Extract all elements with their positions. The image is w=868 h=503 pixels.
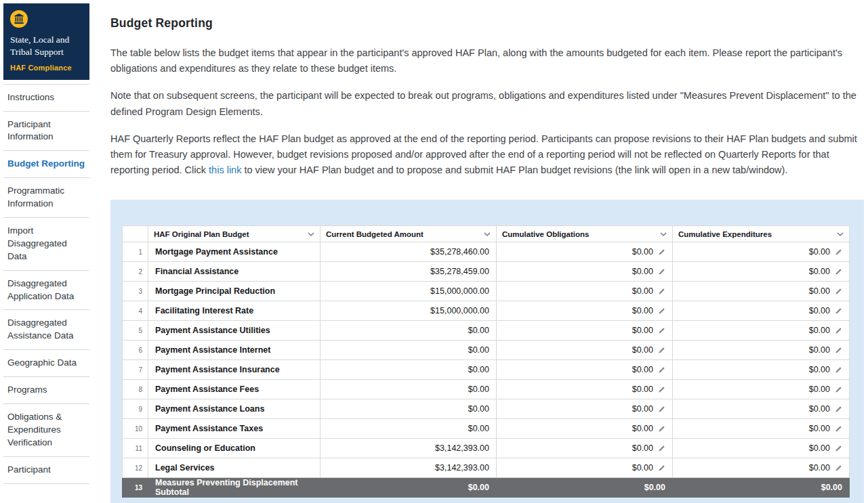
table-row: 7 Payment Assistance Insurance $0.00 $0.… (123, 360, 850, 380)
cumulative-obligations-value: $0.00 (644, 483, 665, 492)
cumulative-obligations-cell: $0.00 (497, 380, 673, 399)
edit-pencil-icon[interactable] (835, 268, 842, 276)
edit-pencil-icon[interactable] (658, 307, 665, 315)
row-number: 10 (123, 419, 148, 439)
column-header-cumulative-expenditures[interactable]: Cumulative Expenditures (673, 226, 850, 242)
cumulative-obligations-cell: $0.00 (497, 321, 673, 341)
row-number: 4 (123, 301, 148, 321)
sidebar-item-instructions[interactable]: Instructions (3, 85, 89, 112)
current-budgeted-amount-cell: $35,278,460.00 (321, 242, 497, 262)
chevron-down-icon[interactable] (308, 232, 314, 236)
edit-pencil-icon[interactable] (658, 386, 665, 393)
chevron-down-icon[interactable] (837, 232, 844, 236)
sidebar-item-programs[interactable]: Programs (3, 377, 89, 404)
edit-pencil-icon[interactable] (658, 288, 665, 295)
edit-pencil-icon[interactable] (658, 406, 665, 413)
edit-pencil-icon[interactable] (835, 347, 842, 354)
cumulative-expenditures-cell: $0.00 (673, 242, 850, 262)
sidebar-item-label: Programmatic Information (7, 185, 64, 209)
brand-title: State, Local and Tribal Support (10, 34, 83, 58)
cumulative-expenditures-value: $0.00 (809, 286, 830, 296)
budget-item-name: Financial Assistance (148, 262, 321, 282)
sidebar-item-label: Import Disaggregated Data (7, 225, 67, 261)
chevron-down-icon[interactable] (484, 232, 491, 236)
table-row: 1 Mortgage Payment Assistance $35,278,46… (123, 242, 850, 262)
current-budgeted-amount-cell: $0.00 (321, 399, 497, 419)
table-row: 12 Legal Services $3,142,393.00 $0.00 $0… (123, 458, 850, 478)
edit-pencil-icon[interactable] (658, 464, 665, 472)
page-title: Budget Reporting (110, 16, 864, 30)
table-row: 3 Mortgage Principal Reduction $15,000,0… (123, 282, 850, 301)
edit-pencil-icon[interactable] (835, 366, 842, 374)
cumulative-expenditures-cell: $0.00 (673, 341, 850, 360)
sidebar-item-import-disaggregated-data[interactable]: Import Disaggregated Data (3, 218, 89, 271)
edit-pencil-icon[interactable] (658, 445, 665, 452)
edit-pencil-icon[interactable] (835, 425, 842, 433)
table-row: 5 Payment Assistance Utilities $0.00 $0.… (123, 321, 850, 341)
edit-pencil-icon[interactable] (658, 347, 665, 354)
current-budgeted-amount-cell: $15,000,000.00 (321, 282, 497, 301)
cumulative-expenditures-cell: $0.00 (673, 399, 850, 419)
cumulative-obligations-value: $0.00 (632, 326, 653, 335)
current-budgeted-amount-cell: $15,000,000.00 (321, 301, 497, 321)
cumulative-expenditures-cell: $0.00 (673, 321, 850, 341)
edit-pencil-icon[interactable] (835, 386, 842, 393)
cumulative-obligations-value: $0.00 (632, 404, 653, 414)
row-number: 12 (123, 458, 148, 478)
cumulative-expenditures-value: $0.00 (809, 424, 830, 433)
sidebar-item-disaggregated-assistance-data[interactable]: Disaggregated Assistance Data (3, 310, 89, 350)
edit-pencil-icon[interactable] (658, 327, 665, 334)
sidebar-item-obligations-expenditures-verification[interactable]: Obligations & Expenditures Verification (3, 404, 89, 457)
current-budgeted-amount-cell: $35,278,459.00 (321, 262, 497, 282)
edit-pencil-icon[interactable] (835, 248, 842, 256)
row-number: 7 (123, 360, 148, 380)
budget-item-name: Payment Assistance Taxes (148, 419, 321, 439)
sidebar-item-label: Budget Reporting (7, 158, 85, 169)
cumulative-expenditures-cell: $0.00 (673, 419, 850, 439)
sidebar-item-label: Programs (7, 385, 47, 395)
edit-pencil-icon[interactable] (658, 248, 665, 256)
sidebar-item-disaggregated-application-data[interactable]: Disaggregated Application Data (3, 271, 89, 311)
budget-item-name: Payment Assistance Fees (148, 380, 321, 399)
row-number: 11 (123, 439, 148, 458)
budget-item-name: Payment Assistance Loans (148, 399, 321, 419)
table-body: 1 Mortgage Payment Assistance $35,278,46… (123, 242, 850, 498)
budget-item-name: Legal Services (148, 458, 321, 478)
edit-pencil-icon[interactable] (835, 307, 842, 315)
current-budgeted-amount-cell: $0.00 (321, 321, 497, 341)
cumulative-expenditures-value: $0.00 (809, 326, 830, 335)
table-row: 6 Payment Assistance Internet $0.00 $0.0… (123, 341, 850, 360)
sidebar-item-label: Obligations & Expenditures Verification (7, 412, 62, 447)
sidebar-item-participant-information[interactable]: Participant Information (3, 112, 89, 152)
cumulative-expenditures-value: $0.00 (809, 404, 830, 414)
column-header-cumulative-obligations[interactable]: Cumulative Obligations (497, 226, 673, 242)
sidebar-item-programmatic-information[interactable]: Programmatic Information (3, 178, 89, 218)
current-budgeted-amount: $3,142,393.00 (435, 463, 489, 473)
cumulative-obligations-cell: $0.00 (497, 341, 673, 360)
cumulative-obligations-cell: $0.00 (497, 399, 673, 419)
edit-pencil-icon[interactable] (835, 406, 842, 413)
cumulative-obligations-cell: $0.00 (497, 419, 673, 439)
table-row: 4 Facilitating Interest Rate $15,000,000… (123, 301, 850, 321)
edit-pencil-icon[interactable] (835, 445, 842, 452)
column-header-current-budgeted-amount[interactable]: Current Budgeted Amount (321, 226, 497, 242)
cumulative-obligations-value: $0.00 (632, 306, 653, 315)
table-row: 10 Payment Assistance Taxes $0.00 $0.00 … (123, 419, 850, 439)
column-header-label: Current Budgeted Amount (326, 230, 423, 238)
table-row: 8 Payment Assistance Fees $0.00 $0.00 $0… (123, 380, 850, 399)
column-header-label: HAF Original Plan Budget (154, 230, 249, 238)
haf-plan-budget-link[interactable]: this link (209, 165, 241, 175)
sidebar-item-participant[interactable]: Participant (3, 457, 89, 484)
column-header-haf-original-plan-budget[interactable]: HAF Original Plan Budget (148, 226, 321, 242)
sidebar-item-geographic-data[interactable]: Geographic Data (3, 350, 89, 377)
budget-item-name: Payment Assistance Internet (148, 341, 321, 360)
cumulative-expenditures-cell: $0.00 (673, 380, 850, 399)
edit-pencil-icon[interactable] (658, 425, 665, 433)
edit-pencil-icon[interactable] (835, 327, 842, 334)
chevron-down-icon[interactable] (660, 232, 667, 236)
edit-pencil-icon[interactable] (658, 268, 665, 276)
sidebar-item-budget-reporting[interactable]: Budget Reporting (3, 151, 89, 178)
edit-pencil-icon[interactable] (835, 464, 842, 472)
edit-pencil-icon[interactable] (835, 288, 842, 295)
edit-pencil-icon[interactable] (658, 366, 665, 374)
